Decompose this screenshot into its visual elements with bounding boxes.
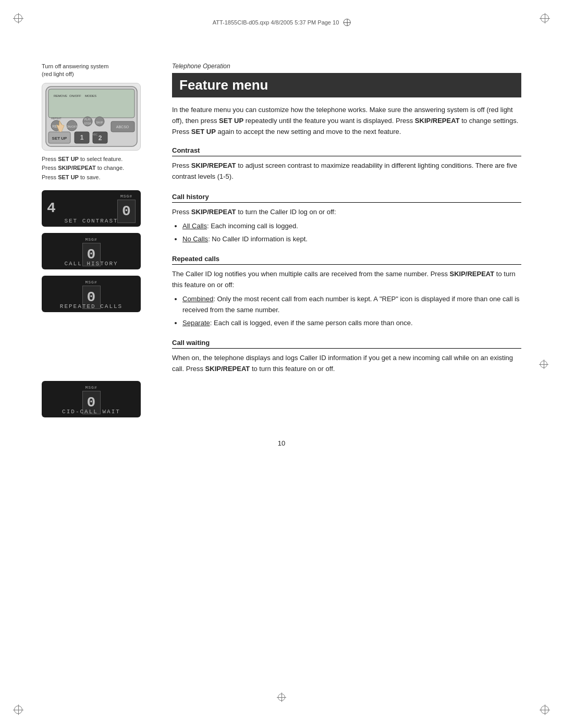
feature-menu-title: Feature menu: [172, 73, 521, 97]
svg-text:SKIP: SKIP: [96, 121, 103, 124]
lcd-repeated-calls-label: REPEATED CALLS: [60, 303, 123, 310]
svg-text:REPEAT: REPEAT: [51, 117, 62, 120]
svg-text:SET UP: SET UP: [52, 136, 67, 141]
left-column: Turn off answering system (red light off…: [42, 63, 156, 424]
repeated-calls-list: Combined: Only the most recent call from…: [182, 294, 521, 328]
list-item-combined: Combined: Only the most recent call from…: [182, 294, 521, 316]
spacer: [42, 318, 156, 381]
center-reg-mark-right: [539, 360, 548, 369]
intro-text: In the feature menu you can customize ho…: [172, 105, 521, 137]
reg-mark-bl: [13, 705, 23, 715]
svg-text:ON/OFF: ON/OFF: [69, 94, 81, 97]
phone-step-1: Press SET UP to select feature.: [42, 155, 156, 164]
file-header: ATT-1855CIB-d05.qxp 4/8/2005 5:37 PM Pag…: [213, 19, 351, 26]
svg-text:REMOVE: REMOVE: [54, 94, 67, 97]
section-call-waiting-body: When on, the telephone displays and logs…: [172, 353, 521, 375]
lcd-msg-label: MSG#: [120, 194, 132, 199]
phone-caption: Turn off answering system (red light off…: [42, 63, 156, 79]
lcd-call-history-label-wrap: CALL HISTORY: [42, 259, 141, 267]
section-repeated-calls-heading: Repeated calls: [172, 255, 521, 265]
main-layout: Turn off answering system (red light off…: [42, 63, 521, 424]
reg-mark-br: [540, 705, 550, 715]
lcd-screen-label: SET CONTRAST: [42, 216, 141, 224]
svg-text:ON/OFF: ON/OFF: [66, 125, 78, 128]
section-contrast-body: Press SKIP/REPEAT to adjust screen contr…: [172, 161, 521, 182]
lcd-repeated-calls-msg: MSG#: [85, 280, 97, 285]
center-reg-mark-bottom: [277, 693, 286, 702]
file-header-text: ATT-1855CIB-d05.qxp 4/8/2005 5:37 PM Pag…: [213, 19, 339, 26]
list-item-separate: Separate: Each call is logged, even if t…: [182, 318, 521, 329]
phone-steps: Press SET UP to select feature. Press SK…: [42, 155, 156, 182]
right-column: Telephone Operation Feature menu In the …: [172, 63, 521, 424]
lcd-repeated-calls: MSG# 0 REPEATED CALLS: [42, 276, 141, 312]
lcd-cid-call-wait: MSG# 0 CID-CALL WAIT: [42, 381, 141, 417]
section-contrast-heading: Contrast: [172, 146, 521, 156]
lcd-call-history-msg: MSG#: [85, 237, 97, 242]
section-call-waiting: Call waiting When on, the telephone disp…: [172, 339, 521, 375]
list-item-all-calls: All Calls: Each incoming call is logged.: [182, 221, 521, 232]
page-number: 10: [42, 439, 521, 447]
telephone-operation-label: Telephone Operation: [172, 63, 521, 70]
svg-text:PLAY: PLAY: [84, 118, 91, 121]
list-item-no-calls: No Calls: No Caller ID information is ke…: [182, 234, 521, 245]
phone-diagram: Turn off answering system (red light off…: [42, 63, 156, 182]
section-call-history: Call history Press SKIP/REPEAT to turn t…: [172, 193, 521, 244]
lcd-label-text: SET CONTRAST: [64, 218, 118, 224]
phone-svg: REM ON/OFF PLAY STOP SKIP REPEAT: [43, 84, 140, 149]
call-history-list: All Calls: Each incoming call is logged.…: [182, 221, 521, 245]
section-repeated-calls: Repeated calls The Caller ID log notifie…: [172, 255, 521, 328]
svg-text:ABCSO: ABCSO: [116, 125, 129, 129]
lcd-cid-label-wrap: CID-CALL WAIT: [42, 407, 141, 415]
section-repeated-calls-body: The Caller ID log notifies you when mult…: [172, 269, 521, 328]
svg-text:ABC: ABC: [92, 133, 97, 136]
page: ATT-1855CIB-d05.qxp 4/8/2005 5:37 PM Pag…: [0, 0, 563, 728]
lcd-call-history-label: CALL HISTORY: [64, 261, 118, 267]
svg-rect-1: [48, 89, 134, 118]
lcd-cid-msg: MSG#: [85, 385, 97, 390]
phone-image: REM ON/OFF PLAY STOP SKIP REPEAT: [42, 83, 141, 151]
section-call-history-body: Press SKIP/REPEAT to turn the Caller ID …: [172, 207, 521, 244]
svg-text:2: 2: [98, 134, 102, 142]
lcd-repeated-calls-label-wrap: REPEATED CALLS: [42, 302, 141, 310]
svg-text:1: 1: [80, 134, 83, 141]
lcd-call-history: MSG# 0 CALL HISTORY: [42, 233, 141, 269]
lcd-cid-label: CID-CALL WAIT: [62, 409, 120, 415]
phone-step-2: Press SKIP/REPEAT to change.: [42, 164, 156, 173]
reg-mark-tl: [13, 13, 23, 23]
reg-mark-tr: [540, 13, 550, 23]
phone-step-3: Press SET UP to save.: [42, 173, 156, 182]
section-call-history-heading: Call history: [172, 193, 521, 203]
header-cross-icon: [343, 19, 350, 26]
lcd-set-contrast: 4 MSG# 0 SET CONTRAST: [42, 190, 141, 227]
svg-text:MODES: MODES: [85, 94, 96, 97]
svg-text:STOP: STOP: [84, 122, 91, 125]
section-call-waiting-heading: Call waiting: [172, 339, 521, 349]
section-contrast: Contrast Press SKIP/REPEAT to adjust scr…: [172, 146, 521, 182]
